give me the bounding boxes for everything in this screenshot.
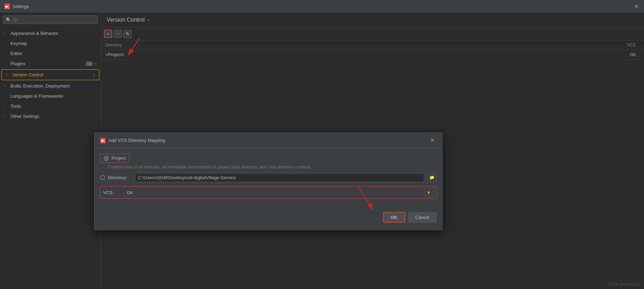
title-bar: ▶ Settings ✕ xyxy=(0,0,644,13)
panel-icon: ▪ xyxy=(147,17,149,23)
sidebar-item-other-settings[interactable]: › Other Settings xyxy=(0,111,101,121)
dialog-header: ▶ Add VCS Directory Mapping ✕ xyxy=(94,133,442,148)
project-description: Content roots of all modules, all immedi… xyxy=(108,165,437,169)
table-row[interactable]: <Project> Git xyxy=(101,50,644,60)
sidebar-items: › Appearance & Behavior Keymap › Editor … xyxy=(0,27,101,289)
chevron-icon: › xyxy=(4,114,8,118)
sidebar-item-label: Other Settings xyxy=(10,114,97,119)
sidebar-item-label: Plugins xyxy=(10,61,83,66)
dialog-close-button[interactable]: ✕ xyxy=(428,136,437,144)
sidebar-item-keymap[interactable]: Keymap xyxy=(0,38,101,48)
folder-icon: 📁 xyxy=(429,175,435,180)
settings-window: ▶ Settings ✕ 🔍 › Appearance & Behavior K… xyxy=(0,0,644,289)
vcs-table: Directory VCS <Project> Git xyxy=(101,40,644,60)
app-icon: ▶ xyxy=(4,3,10,9)
cancel-button[interactable]: Cancel xyxy=(408,212,437,223)
sidebar-item-label: Build, Execution, Deployment xyxy=(10,83,97,89)
vcs-value: Git xyxy=(127,190,421,195)
col-directory: Directory xyxy=(101,40,409,50)
vcs-dropdown[interactable]: ▼ xyxy=(424,188,434,197)
panel-title: Version Control xyxy=(107,17,145,23)
title-bar-left: ▶ Settings xyxy=(4,3,29,9)
search-input[interactable] xyxy=(13,17,95,22)
chevron-icon: › xyxy=(4,104,8,108)
version-control-active-box: › Version Control ▪ xyxy=(1,69,99,80)
watermark: CSDN @Clancy23 xyxy=(608,282,640,286)
sidebar-item-editor[interactable]: › Editor xyxy=(0,48,101,59)
edit-button[interactable]: ✎ xyxy=(123,30,132,38)
chevron-icon: › xyxy=(4,84,8,88)
sidebar-item-label: Keymap xyxy=(10,41,97,46)
dialog-title: Add VCS Directory Mapping xyxy=(108,138,165,143)
directory-label: Directory: xyxy=(108,175,132,180)
search-box[interactable]: 🔍 xyxy=(3,15,98,24)
chevron-icon: › xyxy=(4,31,8,35)
panel-header: Version Control ▪ xyxy=(101,13,644,28)
plugins-badge: 10 xyxy=(85,61,93,66)
toolbar: + − ✎ xyxy=(101,28,644,40)
sidebar-item-label: Tools xyxy=(10,104,97,109)
directory-radio[interactable] xyxy=(100,175,105,180)
vcs-label: VCS: xyxy=(103,190,124,195)
col-vcs: VCS xyxy=(409,40,644,50)
radio-group: Project Content roots of all modules, al… xyxy=(100,154,437,182)
vcs-row: VCS: Git ▼ xyxy=(100,186,437,199)
sidebar-item-label: Version Control xyxy=(12,72,91,77)
remove-button[interactable]: − xyxy=(114,30,122,38)
project-radio[interactable] xyxy=(104,156,109,161)
sidebar: 🔍 › Appearance & Behavior Keymap › Edito… xyxy=(0,13,101,289)
row-vcs: Git xyxy=(409,50,644,60)
sidebar-item-label: Editor xyxy=(10,51,97,56)
search-icon: 🔍 xyxy=(6,17,11,22)
project-option-box: Project xyxy=(100,154,129,162)
dialog-app-icon: ▶ xyxy=(100,138,106,143)
sidebar-item-plugins[interactable]: Plugins 10 ▪ xyxy=(0,59,101,69)
add-button[interactable]: + xyxy=(104,30,112,38)
dialog-body: Project Content roots of all modules, al… xyxy=(94,148,442,208)
sidebar-item-build[interactable]: › Build, Execution, Deployment xyxy=(0,81,101,91)
dialog-add-vcs: ▶ Add VCS Directory Mapping ✕ Project Co… xyxy=(94,132,443,230)
dialog-title-area: ▶ Add VCS Directory Mapping xyxy=(100,138,165,143)
close-button[interactable]: ✕ xyxy=(632,2,640,11)
chevron-icon: › xyxy=(4,94,8,98)
sidebar-item-appearance[interactable]: › Appearance & Behavior xyxy=(0,28,101,38)
add-icon: + xyxy=(107,31,109,37)
project-label: Project xyxy=(112,155,125,161)
sidebar-item-label: Languages & Frameworks xyxy=(10,93,97,99)
directory-input[interactable] xyxy=(135,173,424,182)
sidebar-item-version-control[interactable]: › Version Control ▪ xyxy=(2,70,99,80)
sidebar-item-label: Appearance & Behavior xyxy=(10,31,97,36)
vcs-icon: ▪ xyxy=(93,73,95,77)
dialog-footer: OK Cancel xyxy=(94,208,442,226)
edit-icon: ✎ xyxy=(125,31,130,37)
window-title: Settings xyxy=(13,4,29,9)
plugins-icon: ▪ xyxy=(95,62,97,66)
directory-row: Directory: 📁 xyxy=(100,173,437,182)
ok-button[interactable]: OK xyxy=(383,212,405,223)
browse-button[interactable]: 📁 xyxy=(427,173,437,182)
sidebar-item-languages[interactable]: › Languages & Frameworks xyxy=(0,91,101,101)
chevron-icon: › xyxy=(4,52,8,55)
row-directory: <Project> xyxy=(101,50,409,60)
remove-icon: − xyxy=(116,31,119,37)
dropdown-arrow-icon: ▼ xyxy=(427,190,431,195)
sidebar-item-tools[interactable]: › Tools xyxy=(0,101,101,111)
chevron-icon: › xyxy=(6,73,10,77)
